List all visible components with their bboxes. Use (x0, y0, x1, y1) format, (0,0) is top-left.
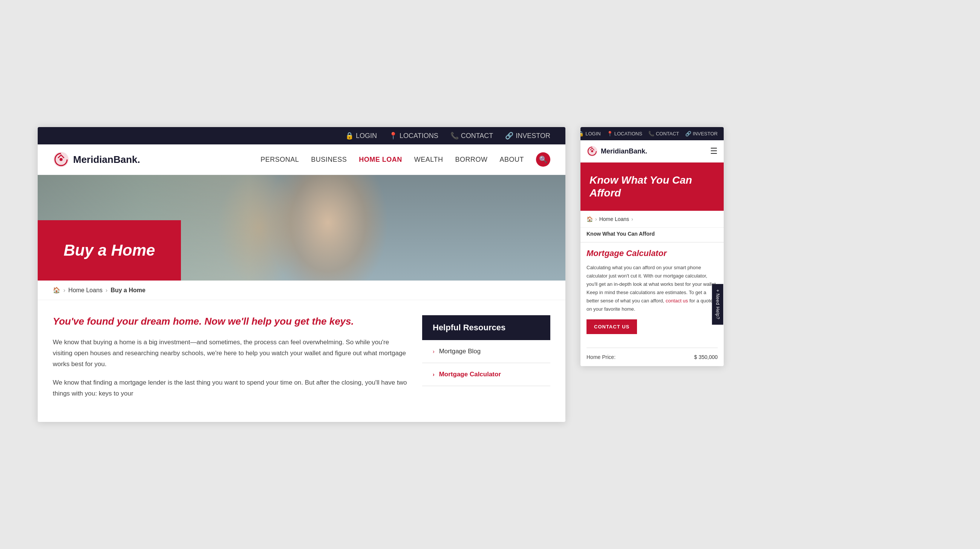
top-bar-right: 🔒 LOGIN 📍 LOCATIONS 📞 CONTACT 🔗 INVESTOR (581, 127, 724, 140)
home-price-label: Home Price: (587, 354, 616, 360)
home-price-number: 350,000 (698, 354, 718, 360)
sidebar-header: Helpful Resources (422, 315, 550, 340)
nav-about[interactable]: ABOUT (500, 156, 524, 164)
content-area-left: You've found your dream home. Now we'll … (38, 300, 565, 422)
breadcrumb-sep-2: › (105, 287, 107, 294)
right-breadcrumb-sep-2: › (632, 216, 633, 222)
hero-image-left: Buy a Home (38, 175, 565, 280)
top-nav-locations[interactable]: 📍 LOCATIONS (389, 132, 438, 140)
nav-business[interactable]: BUSINESS (311, 156, 347, 164)
home-price-row: Home Price: $ 350,000 (587, 354, 718, 360)
breadcrumb-current: Buy a Home (110, 287, 145, 294)
top-nav-login[interactable]: 🔒 LOGIN (345, 132, 377, 140)
right-phone-icon: 📞 (648, 131, 654, 137)
sidebar-left: Helpful Resources › Mortgage Blog › Mort… (422, 315, 550, 406)
currency-symbol: $ (694, 354, 697, 360)
body-paragraph-2: We know that finding a mortgage lender i… (53, 377, 407, 399)
browser-right: 🔒 LOGIN 📍 LOCATIONS 📞 CONTACT 🔗 INVESTOR (581, 127, 724, 366)
pin-icon: 📍 (389, 132, 397, 140)
right-section-title: Mortgage Calculator (587, 248, 718, 258)
main-nav-right: MeridianBank. ☰ (581, 140, 724, 162)
top-bar-left: 🔒 LOGIN 📍 LOCATIONS 📞 CONTACT 🔗 INVESTOR (38, 127, 565, 145)
contact-us-link[interactable]: contact us (666, 298, 688, 304)
sidebar-item-mortgage-calc[interactable]: › Mortgage Calculator (422, 363, 550, 386)
search-button[interactable]: 🔍 (536, 152, 550, 167)
contact-us-button[interactable]: CONTACT US (587, 319, 637, 334)
right-top-nav-contact[interactable]: 📞 CONTACT (648, 131, 679, 137)
hero-title-left: Buy a Home (64, 241, 155, 259)
main-content-left: You've found your dream home. Now we'll … (53, 315, 407, 406)
right-top-nav-login[interactable]: 🔒 LOGIN (581, 131, 601, 137)
logo-right[interactable]: MeridianBank. (587, 146, 647, 157)
phone-icon: 📞 (450, 132, 459, 140)
search-icon: 🔍 (539, 155, 547, 164)
home-price-value-area: $ 350,000 (694, 354, 718, 360)
sidebar-item-mortgage-blog[interactable]: › Mortgage Blog (422, 340, 550, 363)
top-nav-investor[interactable]: 🔗 INVESTOR (505, 132, 550, 140)
right-logo-text: MeridianBank. (601, 148, 647, 155)
nav-personal[interactable]: PERSONAL (261, 156, 299, 164)
meridian-logo-icon (53, 151, 69, 168)
link-icon: 🔗 (505, 132, 513, 140)
nav-home-loan[interactable]: HOME LOAN (359, 156, 402, 164)
logo-text-left: MeridianBank. (73, 154, 140, 165)
main-headline: You've found your dream home. Now we'll … (53, 315, 407, 328)
breadcrumb-left: 🏠 › Home Loans › Buy a Home (38, 280, 565, 300)
sidebar-label-mortgage-blog: Mortgage Blog (439, 348, 481, 355)
right-content: Mortgage Calculator Calculating what you… (581, 242, 724, 366)
right-body-text: Calculating what you can afford on your … (587, 264, 718, 314)
right-top-nav-locations[interactable]: 📍 LOCATIONS (607, 131, 642, 137)
top-nav-contact[interactable]: 📞 CONTACT (450, 132, 493, 140)
svg-point-3 (591, 150, 593, 152)
svg-point-1 (60, 158, 62, 161)
hamburger-menu[interactable]: ☰ (710, 146, 718, 156)
hero-title-box: Buy a Home (38, 220, 181, 280)
browser-left: 🔒 LOGIN 📍 LOCATIONS 📞 CONTACT 🔗 INVESTOR (38, 127, 565, 422)
chevron-right-icon: › (433, 348, 434, 355)
logo-left[interactable]: MeridianBank. (53, 151, 140, 168)
nav-borrow[interactable]: BORROW (455, 156, 487, 164)
right-breadcrumb-home-loans[interactable]: Home Loans (599, 216, 629, 222)
right-breadcrumb-current: Know What You Can Afford (581, 228, 724, 242)
right-breadcrumb-sep-1: › (595, 216, 597, 222)
breadcrumb-right: 🏠 › Home Loans › (581, 211, 724, 228)
right-pin-icon: 📍 (607, 131, 613, 137)
sidebar-label-mortgage-calc: Mortgage Calculator (439, 371, 501, 378)
page-wrapper: 🔒 LOGIN 📍 LOCATIONS 📞 CONTACT 🔗 INVESTOR (38, 127, 942, 422)
chevron-right-active-icon: › (433, 371, 434, 377)
breadcrumb-home-icon[interactable]: 🏠 (53, 286, 60, 294)
right-hero-title: Know What You Can Afford (590, 174, 714, 199)
right-link-icon: 🔗 (685, 131, 691, 137)
need-help-tab[interactable]: + Need Help? (712, 284, 723, 325)
right-lock-icon: 🔒 (581, 131, 584, 137)
right-meridian-logo-icon (587, 146, 598, 157)
nav-wealth[interactable]: WEALTH (414, 156, 443, 164)
right-top-nav-investor[interactable]: 🔗 INVESTOR (685, 131, 718, 137)
right-breadcrumb-home-icon[interactable]: 🏠 (587, 216, 593, 222)
breadcrumb-sep-1: › (63, 287, 65, 294)
divider (587, 348, 718, 348)
body-paragraph-1: We know that buying a home is a big inve… (53, 337, 407, 370)
right-hero: Know What You Can Afford (581, 162, 724, 210)
main-nav-left: MeridianBank. PERSONAL BUSINESS HOME LOA… (38, 145, 565, 175)
nav-links-left: PERSONAL BUSINESS HOME LOAN WEALTH BORRO… (261, 152, 550, 167)
breadcrumb-home-loans[interactable]: Home Loans (68, 287, 102, 294)
lock-icon: 🔒 (345, 132, 353, 140)
